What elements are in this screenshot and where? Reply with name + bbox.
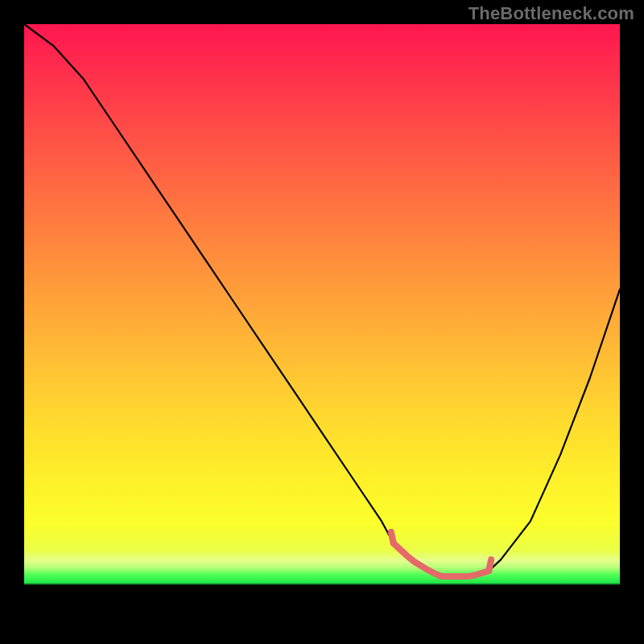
- watermark-label: TheBottleneck.com: [469, 3, 634, 24]
- bottleneck-curve: [24, 24, 620, 576]
- plot-area: [24, 24, 620, 620]
- chart-stage: TheBottleneck.com: [0, 0, 644, 644]
- curve-svg: [24, 24, 620, 620]
- optimal-range-right-tick: [489, 559, 491, 571]
- optimal-range-left-tick: [391, 532, 394, 543]
- optimal-range-highlight: [394, 543, 489, 576]
